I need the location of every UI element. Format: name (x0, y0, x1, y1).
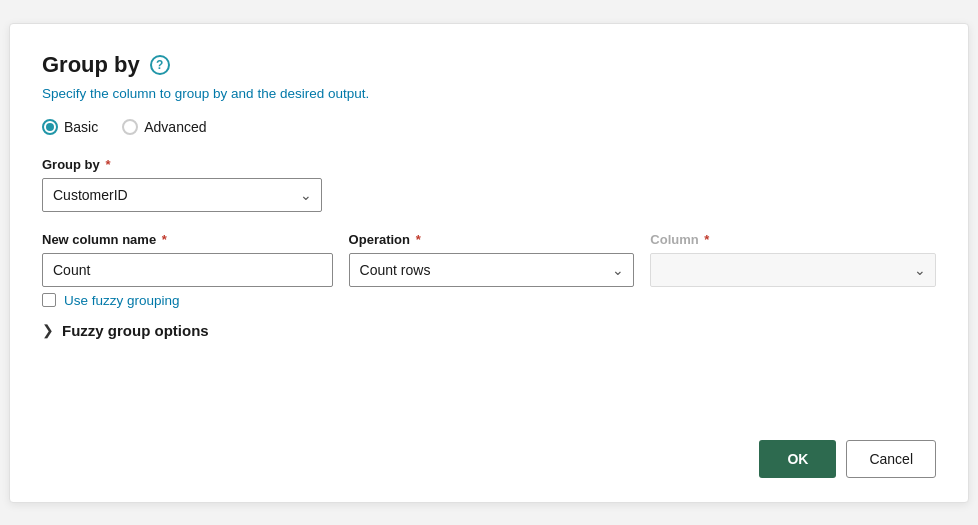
dialog-title: Group by (42, 52, 140, 78)
aggregation-row: New column name * Operation * Count rows… (42, 232, 936, 287)
column-select-wrapper: ⌄ (650, 253, 936, 287)
group-by-section: Group by * CustomerID OrderID ProductID … (42, 157, 936, 212)
fuzzy-grouping-row: Use fuzzy grouping (42, 293, 936, 308)
help-icon[interactable]: ? (150, 55, 170, 75)
radio-advanced-text: Advanced (144, 119, 206, 135)
new-column-group: New column name * (42, 232, 333, 287)
column-group: Column * ⌄ (650, 232, 936, 287)
operation-select-wrapper: Count rows Sum Average Min Max ⌄ (349, 253, 635, 287)
operation-select[interactable]: Count rows Sum Average Min Max (349, 253, 635, 287)
radio-advanced[interactable] (122, 119, 138, 135)
group-by-label: Group by * (42, 157, 936, 172)
group-by-required: * (102, 157, 111, 172)
fuzzy-grouping-checkbox[interactable] (42, 293, 56, 307)
new-column-label: New column name * (42, 232, 333, 247)
operation-group: Operation * Count rows Sum Average Min M… (349, 232, 635, 287)
dialog-header: Group by ? (42, 52, 936, 78)
ok-button[interactable]: OK (759, 440, 836, 478)
radio-basic[interactable] (42, 119, 58, 135)
operation-required: * (412, 232, 421, 247)
new-column-required: * (158, 232, 167, 247)
group-by-dialog: Group by ? Specify the column to group b… (9, 23, 969, 503)
fuzzy-options-chevron-icon: ❯ (42, 322, 54, 338)
column-required: * (701, 232, 710, 247)
dialog-subtitle: Specify the column to group by and the d… (42, 86, 936, 101)
fuzzy-grouping-label[interactable]: Use fuzzy grouping (64, 293, 180, 308)
radio-basic-label[interactable]: Basic (42, 119, 98, 135)
radio-advanced-label[interactable]: Advanced (122, 119, 206, 135)
column-select (650, 253, 936, 287)
new-column-input[interactable] (42, 253, 333, 287)
fuzzy-options-label: Fuzzy group options (62, 322, 209, 339)
operation-label: Operation * (349, 232, 635, 247)
fuzzy-options-section[interactable]: ❯ Fuzzy group options (42, 322, 936, 339)
cancel-button[interactable]: Cancel (846, 440, 936, 478)
group-by-select-wrapper: CustomerID OrderID ProductID ⌄ (42, 178, 322, 212)
dialog-footer: OK Cancel (759, 440, 936, 478)
group-by-select[interactable]: CustomerID OrderID ProductID (42, 178, 322, 212)
column-label: Column * (650, 232, 936, 247)
radio-basic-text: Basic (64, 119, 98, 135)
radio-group: Basic Advanced (42, 119, 936, 135)
